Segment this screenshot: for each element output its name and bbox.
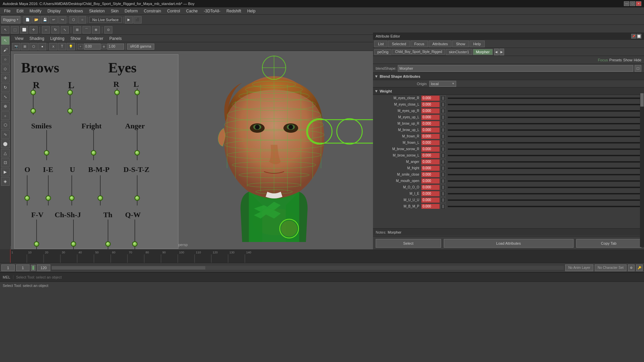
u-knob[interactable] [69,195,74,201]
snap-grid-btn[interactable]: ⊞ [73,26,81,34]
hide-btn[interactable]: Hide [634,58,641,62]
menu-display[interactable]: Display [45,8,63,14]
weight-val-4[interactable]: 0.000 [421,121,440,126]
move-btn[interactable]: ↔ [42,26,50,34]
no-live-surface-btn[interactable]: No Live Surface [89,17,121,23]
weight-val-5[interactable]: 0.000 [421,127,440,133]
mel-input[interactable] [13,275,644,279]
vp-camera-btn[interactable]: 📷 [12,43,20,50]
start-frame-display[interactable]: 1 [1,264,15,271]
weight-clamp-14[interactable] [440,185,446,190]
scale-field[interactable]: 1.00 [107,44,124,50]
show-btn[interactable]: Show [623,58,633,62]
scale-tool[interactable]: ⤡ [1,93,10,101]
menu-edit[interactable]: Edit [14,8,26,14]
attr-tab-show[interactable]: Show [452,41,469,47]
deform-tool[interactable]: ◇ [1,64,10,73]
weight-track-0[interactable] [448,98,641,99]
weight-val-13[interactable]: 0.000 [421,178,440,184]
polygon-tool[interactable]: △ [1,149,10,158]
attr-pin-btn[interactable]: 📌 [631,34,636,39]
menu-help[interactable]: Help [245,8,258,14]
eye-l-knob[interactable] [135,90,140,95]
node-tab-rigged[interactable]: Child_Boy_Sport_Style_Rigged [392,49,445,55]
menu-cache[interactable]: Cache [183,8,201,14]
fps-display[interactable]: 120 [37,264,50,271]
attr-tab-list[interactable]: List [374,41,387,47]
menu-constrain[interactable]: Constrain [141,8,164,14]
settings-btn[interactable]: ⚙ [628,264,635,271]
weight-val-9[interactable]: 0.000 [421,153,440,158]
sculpt-tool[interactable]: ○ [1,55,10,64]
weight-clamp-17[interactable] [440,204,446,209]
weight-clamp-16[interactable] [440,197,446,203]
blendshape-field[interactable]: Morpher [398,65,633,72]
anger-knob[interactable] [135,150,140,156]
weight-clamp-0[interactable] [440,96,446,101]
weight-clamp-1[interactable] [440,102,446,107]
weight-track-17[interactable] [448,206,641,207]
weight-track-7[interactable] [448,142,641,143]
undo-btn[interactable]: ↩ [50,16,58,23]
attr-scroll-thumb[interactable] [640,93,644,107]
weight-track-9[interactable] [448,155,641,156]
weight-val-12[interactable]: 0.000 [421,172,440,177]
lattice-tool[interactable]: ⬡ [1,121,10,129]
scale-btn[interactable]: ⤡ [61,26,69,34]
menu-skeleton[interactable]: Skeleton [86,8,107,14]
char-set-btn[interactable]: No Character Set [595,264,627,271]
brow-r-bot-knob[interactable] [31,108,36,114]
node-tab-morpher[interactable]: Morpher [473,49,493,55]
viewport-view-menu[interactable]: View [12,36,26,42]
weight-track-11[interactable] [448,168,641,169]
vp-wire-btn[interactable]: ⬡ [30,43,38,50]
close-button[interactable]: ✕ [636,1,641,6]
focus-btn[interactable]: Focus [598,58,608,62]
weight-val-7[interactable]: 0.000 [421,140,440,145]
menu-3dtall[interactable]: -3DToAll- [201,8,223,14]
menu-control[interactable]: Control [164,8,183,14]
soft-select-tool[interactable]: ⬦ [1,111,10,120]
ie-knob[interactable] [46,195,51,201]
brow-l-bot-knob[interactable] [67,108,73,114]
origin-dropdown[interactable]: local ▼ [429,81,456,87]
weight-track-13[interactable] [448,180,641,182]
viewport-lighting-menu[interactable]: Lighting [48,36,67,42]
copy-tab-btn[interactable]: Copy Tab [576,239,642,248]
weight-val-17[interactable]: 0.000 [421,204,440,209]
snap-curve-btn[interactable]: ⌒ [83,26,91,34]
history-btn[interactable]: ⊙ [104,26,112,34]
maximize-button[interactable]: □ [630,1,635,6]
weight-section-header[interactable]: ▼ Weight [373,87,644,95]
attr-tab-selected[interactable]: Selected [388,41,410,47]
attr-expand-btn[interactable]: ⬜ [637,34,641,39]
key-btn[interactable]: 🔑 [636,264,643,271]
coord-x-field[interactable]: 0.00 [84,44,101,50]
vp-xray-btn[interactable]: X [49,43,57,50]
load-attrs-btn[interactable]: Load Attributes [444,239,574,248]
weight-val-10[interactable]: 0.000 [421,159,440,165]
weight-clamp-11[interactable] [440,166,446,171]
menu-skin[interactable]: Skin [108,8,121,14]
attr-scrollbar[interactable] [640,93,644,247]
attr-tab-focus[interactable]: Focus [411,41,428,47]
render2-btn[interactable]: ⬛ [133,16,142,23]
open-btn[interactable]: 📂 [32,16,40,23]
brow-r-top-knob[interactable] [31,90,36,95]
mode-dropdown[interactable]: Rigging ▼ [1,16,20,23]
curve-tool[interactable]: ∿ [1,130,10,139]
weight-clamp-6[interactable] [440,134,446,139]
weight-val-14[interactable]: 0.000 [421,185,440,190]
viewport-renderer-menu[interactable]: Renderer [84,36,106,42]
show-manip-tool[interactable]: ⊕ [1,102,10,111]
smiles-knob[interactable] [44,150,49,156]
menu-redshift[interactable]: Redshift [224,8,244,14]
weight-clamp-4[interactable] [440,121,446,126]
new-scene-btn[interactable]: 📄 [23,16,32,23]
paint-select-btn[interactable]: ⬜ [20,26,28,34]
anim-tool[interactable]: ▶ [1,168,10,176]
minimize-button[interactable]: — [624,1,629,6]
current-frame-display[interactable]: 1 [16,264,30,271]
qw-knob[interactable] [132,241,138,247]
node-nav-prev[interactable]: ◀ [494,49,499,55]
